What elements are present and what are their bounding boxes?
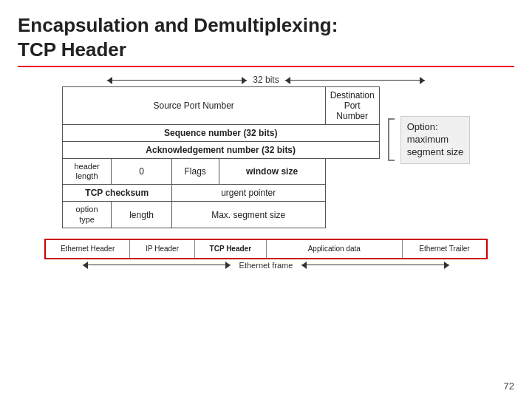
option-bracket-icon xyxy=(386,117,396,162)
ethernet-wrapper: Ethernet Header IP Header TCP Header App… xyxy=(44,239,488,270)
table-row: optiontype length Max. segment size xyxy=(62,202,379,228)
dest-port-cell: Destination Port Number xyxy=(325,87,379,125)
title-divider xyxy=(18,66,514,67)
ethernet-frame-arrow-left xyxy=(83,265,231,265)
bits-arrow xyxy=(107,80,247,81)
option-section: Option: maximum segment size xyxy=(386,116,471,164)
app-data-cell: Application data xyxy=(267,240,403,258)
length-cell: length xyxy=(112,202,171,228)
ethernet-row: Ethernet Header IP Header TCP Header App… xyxy=(44,239,488,259)
ack-number-cell: Acknowledgement number (32 bits) xyxy=(62,142,379,159)
ethernet-frame-label-row: Ethernet frame xyxy=(44,261,488,270)
tcp-header-cell: TCP Header xyxy=(195,240,267,258)
title-line2: TCP Header xyxy=(18,38,126,61)
reserved-cell: 0 xyxy=(112,159,171,185)
header-length-cell: headerlength xyxy=(62,159,112,185)
bits-label: 32 bits xyxy=(247,75,284,85)
source-port-cell: Source Port Number xyxy=(62,87,325,125)
table-row: Acknowledgement number (32 bits) xyxy=(62,142,379,159)
diagram-area: 32 bits Source Port Number Destination P… xyxy=(18,75,514,270)
ethernet-header-cell: Ethernet Header xyxy=(46,240,130,258)
slide-title: Encapsulation and Demultiplexing: TCP He… xyxy=(18,13,514,61)
tcp-checksum-cell: TCP checksum xyxy=(62,185,171,202)
ip-header-cell: IP Header xyxy=(130,240,195,258)
max-segment-cell: Max. segment size xyxy=(171,202,325,228)
option-type-cell: optiontype xyxy=(62,202,112,228)
bits-row: 32 bits xyxy=(107,75,425,85)
table-row: TCP checksum urgent pointer xyxy=(62,185,379,202)
flags-cell: Flags xyxy=(171,159,219,185)
ethernet-trailer-cell: Ethernet Trailer xyxy=(403,240,486,258)
title-line1: Encapsulation and Demultiplexing: xyxy=(18,14,338,36)
option-label3: segment size xyxy=(407,146,464,157)
table-row: Source Port Number Destination Port Numb… xyxy=(62,87,379,125)
table-row: Sequence number (32 bits) xyxy=(62,125,379,142)
full-diagram: Source Port Number Destination Port Numb… xyxy=(62,86,471,228)
window-size-cell: window size xyxy=(219,159,325,185)
table-row: headerlength 0 Flags window size xyxy=(62,159,379,185)
bits-arrow-right xyxy=(285,80,425,81)
ethernet-frame-arrow-right xyxy=(301,265,449,265)
option-label1: Option: xyxy=(407,121,438,132)
sequence-number-cell: Sequence number (32 bits) xyxy=(62,125,379,142)
tcp-header-table: Source Port Number Destination Port Numb… xyxy=(62,86,380,228)
page-number: 72 xyxy=(504,381,514,392)
option-label: Option: maximum segment size xyxy=(400,116,471,164)
option-label2: maximum xyxy=(407,134,449,145)
urgent-pointer-cell: urgent pointer xyxy=(171,185,325,202)
ethernet-frame-label: Ethernet frame xyxy=(233,261,299,270)
